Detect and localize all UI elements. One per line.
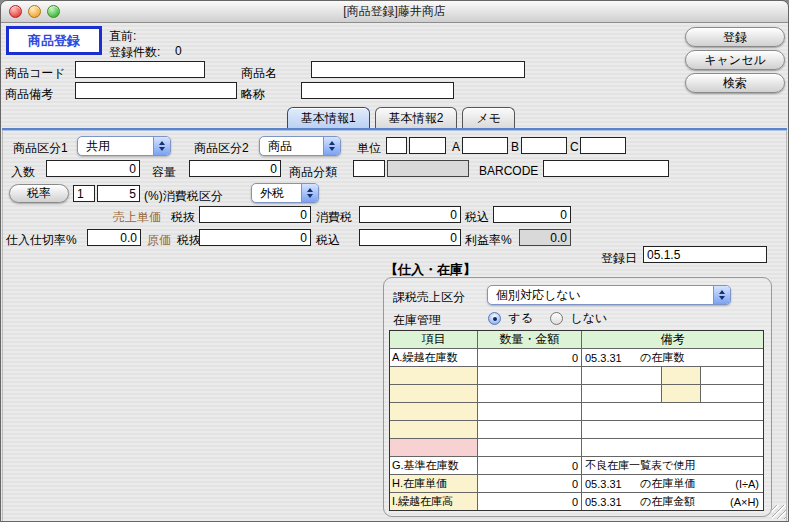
product-memo-input[interactable] <box>75 82 237 99</box>
item-cell[interactable] <box>390 385 478 402</box>
category1-popup[interactable]: 共用 <box>77 136 171 156</box>
value-cell[interactable] <box>478 439 582 456</box>
note-subcell[interactable] <box>701 367 763 384</box>
item-cell[interactable]: G.基準在庫数 <box>390 457 478 474</box>
tax-rate-button[interactable]: 税率 <box>9 184 69 203</box>
tab-memo[interactable]: メモ <box>462 107 515 129</box>
inventory-radio-on[interactable]: する <box>488 310 533 327</box>
search-button[interactable]: 検索 <box>685 73 785 93</box>
note-cell[interactable] <box>582 403 763 420</box>
classification-code-input[interactable] <box>353 160 385 177</box>
item-cell[interactable]: I.繰越在庫高 <box>390 493 478 510</box>
consumption-tax-input[interactable] <box>359 206 461 223</box>
capacity-input[interactable] <box>189 160 281 177</box>
note-cell[interactable]: 05.3.31の在庫数 <box>582 349 763 366</box>
consumption-tax-type-popup[interactable]: 外税 <box>251 183 319 203</box>
note-text: の在庫数 <box>640 350 684 365</box>
table-row <box>390 438 763 456</box>
taxable-sales-label: 課税売上区分 <box>393 289 465 306</box>
item-cell[interactable] <box>390 367 478 384</box>
radio-on-icon[interactable] <box>488 312 501 325</box>
note-subcell[interactable] <box>582 385 661 402</box>
item-cell[interactable]: A.繰越在庫数 <box>390 349 478 366</box>
value-cell[interactable] <box>478 403 582 420</box>
sales-tax-included-input[interactable] <box>493 206 571 223</box>
category1-label: 商品区分1 <box>13 140 68 157</box>
value-cell[interactable] <box>478 367 582 384</box>
note-cell[interactable] <box>582 421 763 438</box>
table-row <box>390 402 763 420</box>
note-cell[interactable]: 不良在庫一覧表で使用 <box>582 457 763 474</box>
field-a-input[interactable] <box>462 137 508 154</box>
field-c-input[interactable] <box>580 137 626 154</box>
value-cell[interactable] <box>478 421 582 438</box>
note-cell[interactable]: 05.3.31の在庫金額(A×H) <box>582 493 763 510</box>
purchase-rate-input[interactable] <box>87 229 141 246</box>
cost-tax-excluded-label: 税抜 <box>177 232 201 249</box>
note-subcell[interactable] <box>661 367 701 384</box>
registration-date-input[interactable] <box>643 246 767 263</box>
note-subcell[interactable] <box>661 385 701 402</box>
radio-off-icon[interactable] <box>550 312 563 325</box>
taxable-sales-popup[interactable]: 個別対応しない <box>487 285 731 305</box>
window-title: [商品登録]藤井商店 <box>343 3 446 20</box>
value-cell[interactable]: 0 <box>478 349 582 366</box>
barcode-input[interactable] <box>543 160 669 177</box>
note-cell[interactable] <box>582 439 763 456</box>
tax-rate-index-input[interactable] <box>73 185 95 202</box>
quantity-input[interactable] <box>46 160 140 177</box>
category2-popup[interactable]: 商品 <box>259 136 341 156</box>
note-cell[interactable]: 05.3.31の在庫単価(I÷A) <box>582 475 763 492</box>
product-code-input[interactable] <box>75 61 205 78</box>
radio-on-label: する <box>508 311 533 325</box>
unit-input-1[interactable] <box>386 137 407 154</box>
short-name-label: 略称 <box>241 86 265 103</box>
short-name-input[interactable] <box>301 82 454 99</box>
capacity-label: 容量 <box>152 164 176 181</box>
product-name-input[interactable] <box>311 61 525 78</box>
popup-stepper-icon <box>153 137 170 155</box>
field-b-input[interactable] <box>521 137 567 154</box>
tax-rate-value-input[interactable] <box>97 185 140 202</box>
tab-basic-info-2[interactable]: 基本情報2 <box>375 107 458 129</box>
cost-tax-excluded-input[interactable] <box>199 229 311 246</box>
stock-table-body: A.繰越在庫数005.3.31の在庫数G.基準在庫数0不良在庫一覧表で使用H.在… <box>390 348 763 510</box>
note-cell[interactable] <box>582 367 763 384</box>
cost-label: 原価 <box>147 232 171 249</box>
tab-basic-info-1[interactable]: 基本情報1 <box>287 107 370 129</box>
zoom-button-icon[interactable] <box>47 5 60 18</box>
minimize-button-icon[interactable] <box>28 5 41 18</box>
product-memo-label: 商品備考 <box>5 86 53 103</box>
previous-label: 直前: <box>109 28 136 45</box>
product-code-label: 商品コード <box>5 65 66 82</box>
resize-grip[interactable] <box>772 505 786 519</box>
close-button-icon[interactable] <box>9 5 22 18</box>
cost-tax-included-input[interactable] <box>359 229 461 246</box>
value-cell[interactable]: 0 <box>478 457 582 474</box>
profit-rate-label: 利益率% <box>465 232 512 249</box>
profit-rate-field <box>519 229 571 246</box>
note-date: 05.3.31 <box>582 352 640 364</box>
register-button[interactable]: 登録 <box>685 27 785 47</box>
value-cell[interactable]: 0 <box>478 493 582 510</box>
sales-tax-excluded-input[interactable] <box>199 206 311 223</box>
unit-input-2[interactable] <box>409 137 446 154</box>
product-registration-window: [商品登録]藤井商店 商品登録 直前: 登録件数: 0 登録 キャンセル 検索 … <box>0 0 789 522</box>
value-cell[interactable]: 0 <box>478 475 582 492</box>
barcode-label: BARCODE <box>479 164 538 178</box>
value-cell[interactable] <box>478 385 582 402</box>
note-cell[interactable] <box>582 385 763 402</box>
item-cell[interactable] <box>390 403 478 420</box>
consumption-tax-type-label: (%)消費税区分 <box>144 188 223 205</box>
item-cell[interactable]: H.在庫単価 <box>390 475 478 492</box>
inventory-radio-off[interactable]: しない <box>550 310 607 327</box>
cancel-button[interactable]: キャンセル <box>685 50 785 70</box>
note-subcell[interactable] <box>582 367 661 384</box>
table-row: A.繰越在庫数005.3.31の在庫数 <box>390 348 763 366</box>
sales-price-label: 売上単価 <box>113 209 161 226</box>
item-cell[interactable] <box>390 421 478 438</box>
title-bar[interactable]: [商品登録]藤井商店 <box>1 1 788 23</box>
note-subcell[interactable] <box>701 385 763 402</box>
stock-table-header: 項目数量・金額備考 <box>390 331 763 348</box>
item-cell[interactable] <box>390 439 478 456</box>
